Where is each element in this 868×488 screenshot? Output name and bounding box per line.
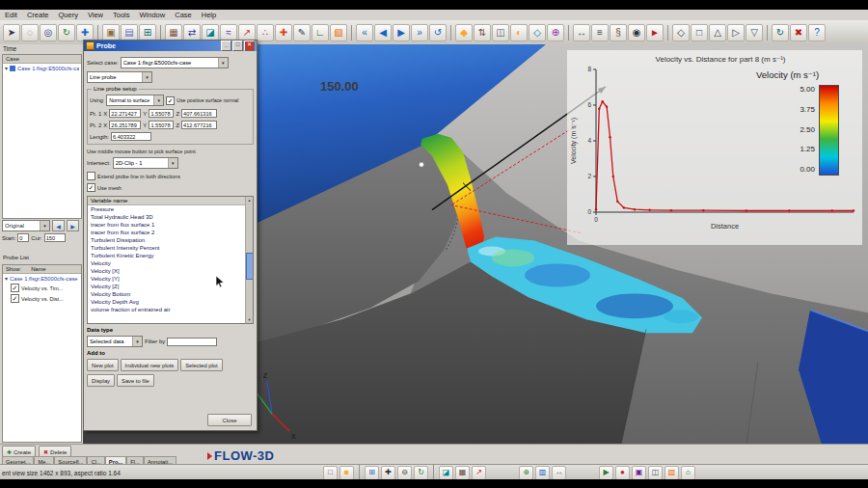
case-link-icon[interactable]: ⇄ xyxy=(183,24,201,41)
variable-item[interactable]: volume fraction of entrained air xyxy=(88,306,253,313)
record-icon[interactable]: ● xyxy=(615,466,630,480)
pt2-z-input[interactable] xyxy=(181,121,217,129)
layout-icon[interactable]: ◫ xyxy=(648,466,663,480)
probe-display-icon[interactable]: ⊕ xyxy=(519,466,533,480)
pt2-y-input[interactable] xyxy=(149,121,174,129)
movie-icon[interactable]: ► xyxy=(646,24,664,41)
macros-icon[interactable]: § xyxy=(610,24,627,41)
new-plot-button[interactable]: New plot xyxy=(87,359,119,371)
length-input[interactable] xyxy=(111,132,151,141)
probe-item-checkbox[interactable] xyxy=(11,284,19,292)
palette-icon[interactable]: ▧ xyxy=(330,24,347,41)
isosurface-icon[interactable]: ≈ xyxy=(220,24,237,41)
case-tree-item[interactable]: Case 1:flsgr.E5000cfs-case xyxy=(3,64,81,72)
play-animation-icon[interactable]: ▶ xyxy=(599,466,613,480)
selected-plot-button[interactable]: Selected plot xyxy=(180,359,223,371)
pan-tool-icon[interactable]: ✚ xyxy=(76,24,94,41)
menu-view[interactable]: View xyxy=(88,11,103,19)
pt1-z-input[interactable] xyxy=(181,109,217,118)
menu-help[interactable]: Help xyxy=(202,11,216,19)
probe-dialog-titlebar[interactable]: Probe _□✕ xyxy=(84,41,257,51)
legend-toggle-icon[interactable]: ▥ xyxy=(535,466,550,480)
close-window-button[interactable]: ✕ xyxy=(244,41,255,51)
display-button[interactable]: Display xyxy=(87,374,115,387)
iso-view-icon[interactable]: ◇ xyxy=(672,24,690,41)
zoom-out-icon[interactable]: ⊖ xyxy=(397,466,412,480)
fit-view-icon[interactable]: ⊞ xyxy=(365,466,379,480)
axis-visibility-icon[interactable]: ⊕ xyxy=(547,24,564,41)
loop-icon[interactable]: ↺ xyxy=(429,24,447,41)
side-view-icon[interactable]: ▷ xyxy=(727,24,745,41)
mesh-toggle-icon[interactable]: ▦ xyxy=(455,466,470,480)
parts-icon[interactable]: ▦ xyxy=(165,24,182,41)
menu-create[interactable]: Create xyxy=(27,11,49,19)
save-to-file-button[interactable]: Save to file xyxy=(117,374,154,387)
pt1-y-input[interactable] xyxy=(149,109,174,118)
expander-icon[interactable] xyxy=(5,65,8,71)
current-time-input[interactable] xyxy=(44,233,66,242)
zoom-tool-icon[interactable]: ◎ xyxy=(40,24,57,41)
shading-icon[interactable]: ◐ xyxy=(510,24,528,41)
palette-edit-icon[interactable]: ▧ xyxy=(665,466,679,480)
perspective-icon[interactable]: ◇ xyxy=(529,24,546,41)
variable-item[interactable]: Turbulent Kinetic Energy xyxy=(88,252,253,259)
variable-item[interactable]: tracer from flux surface 2 xyxy=(88,229,253,236)
step-back-icon[interactable]: ◀ xyxy=(374,24,392,41)
variable-item[interactable]: Velocity Bottom xyxy=(88,290,253,298)
home-view-icon[interactable]: ⌂ xyxy=(681,466,695,480)
variable-item[interactable]: Velocity [X] xyxy=(88,267,253,275)
variable-item[interactable]: Total Hydraulic Head 3D xyxy=(88,213,253,221)
probe-tool-icon[interactable]: ✚ xyxy=(275,24,292,41)
data-type-select[interactable]: Selected data xyxy=(87,336,143,347)
particle-trace-icon[interactable]: ∴ xyxy=(257,24,274,41)
variable-item[interactable]: Velocity Depth Avg xyxy=(88,298,253,306)
play-icon[interactable]: ▶ xyxy=(393,24,410,41)
probe-item-checkbox[interactable] xyxy=(11,294,19,303)
maximize-button[interactable]: □ xyxy=(232,41,243,51)
refresh-icon[interactable]: ↻ xyxy=(772,24,789,41)
measure-icon[interactable]: ↔ xyxy=(573,24,590,41)
probe-pick-point[interactable] xyxy=(420,162,424,167)
print-icon[interactable]: ▤ xyxy=(121,24,138,41)
vector-toggle-icon[interactable]: ↗ xyxy=(472,466,486,480)
calculator-icon[interactable]: ≡ xyxy=(591,24,609,41)
scroll-down-icon[interactable] xyxy=(246,316,253,323)
rotate-tool-icon[interactable]: ↻ xyxy=(58,24,75,41)
time-tab-label[interactable]: Time xyxy=(3,45,16,52)
scrollbar[interactable] xyxy=(245,197,253,323)
viewport-layout-icon[interactable]: ◫ xyxy=(492,24,509,41)
top-view-icon[interactable]: △ xyxy=(709,24,726,41)
probe-list-item[interactable]: Velocity vs. Tim... xyxy=(3,283,81,293)
menu-case[interactable]: Case xyxy=(175,11,192,19)
start-input[interactable] xyxy=(17,233,29,242)
variable-item[interactable]: Pressure xyxy=(88,205,253,213)
bottom-view-icon[interactable]: ▽ xyxy=(746,24,763,41)
menu-query[interactable]: Query xyxy=(58,11,77,19)
wireframe-view-icon[interactable]: □ xyxy=(323,466,338,480)
shaded-view-icon[interactable]: ■ xyxy=(339,466,354,480)
pt1-x-input[interactable] xyxy=(109,109,141,118)
variable-item[interactable]: Velocity xyxy=(88,259,253,267)
step-forward-icon[interactable]: » xyxy=(411,24,428,41)
positive-normal-checkbox[interactable] xyxy=(166,96,175,105)
use-mesh-checkbox[interactable] xyxy=(87,183,95,192)
front-view-icon[interactable]: □ xyxy=(691,24,708,41)
variable-item[interactable]: Turbulent Dissipation xyxy=(88,236,253,244)
menu-window[interactable]: Window xyxy=(140,11,166,19)
snapshot-icon[interactable]: ▣ xyxy=(632,466,646,480)
zoom-in-icon[interactable]: ✚ xyxy=(381,466,395,480)
keyframe-icon[interactable]: ◆ xyxy=(455,24,473,41)
next-frame-button[interactable] xyxy=(67,220,79,231)
variable-item[interactable]: Turbulent Intensity Percent xyxy=(88,244,253,252)
timebar-icon[interactable]: ↔ xyxy=(552,466,566,480)
variable-item[interactable]: Velocity [Y] xyxy=(88,275,253,283)
clip-plane-icon[interactable]: ◪ xyxy=(202,24,219,41)
clip-toggle-icon[interactable]: ◪ xyxy=(439,466,453,480)
variable-item[interactable]: tracer from flux surface 1 xyxy=(88,221,253,229)
extend-probe-checkbox[interactable] xyxy=(87,172,95,180)
flipbook-icon[interactable]: ⇅ xyxy=(474,24,491,41)
copy-icon[interactable]: ⊞ xyxy=(139,24,156,41)
probe-type-select[interactable]: Line probe xyxy=(87,71,152,83)
scrollbar-thumb[interactable] xyxy=(246,253,254,280)
probe-list-item[interactable]: Velocity vs. Dist... xyxy=(3,293,81,304)
